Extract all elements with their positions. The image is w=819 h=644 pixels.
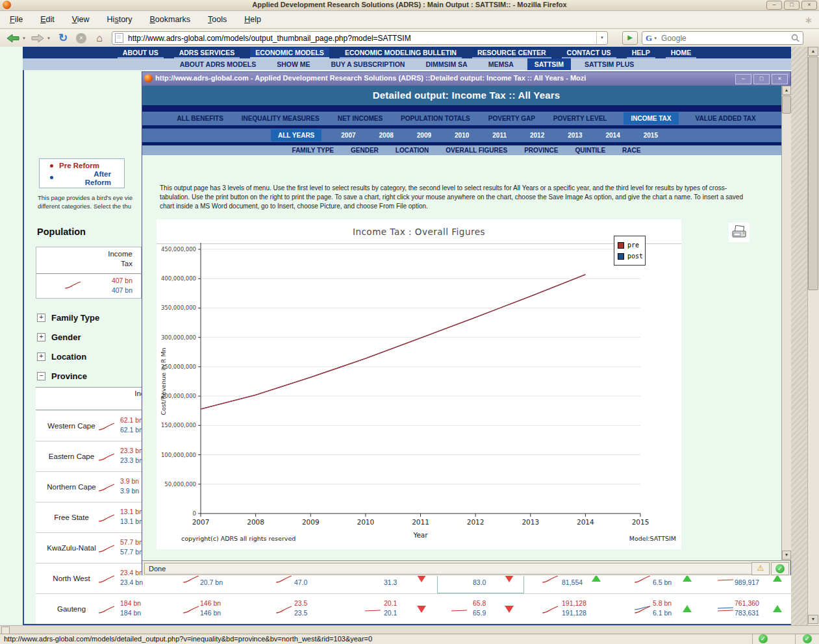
tab-value-added-tax[interactable]: VALUE ADDED TAX <box>694 112 757 125</box>
group-family-type[interactable]: +Family Type <box>37 312 99 323</box>
collapse-icon[interactable]: − <box>37 372 45 380</box>
tab-family-type[interactable]: FAMILY TYPE <box>292 147 334 154</box>
cell-sparkline[interactable] <box>275 604 293 617</box>
search-engine-dropdown[interactable]: ▼ <box>653 36 657 40</box>
cell-sparkline[interactable] <box>97 604 116 617</box>
popup-scroll-up-button[interactable]: ▲ <box>782 86 791 95</box>
cell-sparkline[interactable] <box>541 574 559 587</box>
tab-net-incomes[interactable]: NET INCOMES <box>336 112 384 125</box>
nav-models-dimmsim-sa[interactable]: DIMMSIM SA <box>418 58 474 70</box>
minimize-button[interactable]: – <box>766 1 782 10</box>
cell-sparkline[interactable] <box>275 574 293 587</box>
cell-sparkline[interactable] <box>716 574 735 587</box>
tab-2014[interactable]: 2014 <box>602 129 624 142</box>
tab-all-benefits[interactable]: ALL BENEFITS <box>175 112 224 125</box>
tab-quintile[interactable]: QUINTILE <box>575 147 605 154</box>
tab-province[interactable]: PROVINCE <box>524 147 558 154</box>
close-button[interactable]: × <box>801 1 817 10</box>
address-dropdown[interactable]: ▼ <box>596 32 607 44</box>
home-button[interactable]: ⌂ <box>92 31 107 45</box>
tab-2013[interactable]: 2013 <box>564 129 586 142</box>
window-titlebar[interactable]: Applied Development Research Solutions (… <box>0 0 819 11</box>
menu-tools[interactable]: Tools <box>208 15 227 24</box>
expand-icon[interactable]: + <box>37 314 45 322</box>
expand-icon[interactable]: + <box>37 353 45 361</box>
popup-scroll-down-button[interactable]: ▼ <box>782 551 791 560</box>
group-gender[interactable]: +Gender <box>37 331 81 343</box>
cell-values[interactable]: 20.120.1 <box>384 599 397 618</box>
population-values[interactable]: 407 bn 407 bn <box>112 276 132 295</box>
scroll-up-button[interactable]: ▲ <box>808 47 818 56</box>
tab-2011[interactable]: 2011 <box>488 129 510 142</box>
nav-top-resource-center[interactable]: RESOURCE CENTER <box>472 47 551 58</box>
cell-values[interactable]: 184 bn184 bn <box>120 599 141 618</box>
cell-values[interactable]: 57.7 bn57.7 bn <box>120 538 143 557</box>
cell-values[interactable]: 62.1 bn62.1 bn <box>120 415 143 435</box>
tab-2015[interactable]: 2015 <box>640 129 662 142</box>
income-tax-chart[interactable]: Income Tax : Overall Figures050,000,0001… <box>157 219 681 549</box>
tab-income-tax[interactable]: INCOME TAX <box>624 112 678 125</box>
cell-values[interactable]: 146 bn146 bn <box>200 599 221 618</box>
cell-sparkline[interactable] <box>716 604 735 617</box>
tab-all-years[interactable]: ALL YEARS <box>271 129 321 142</box>
cell-values[interactable]: 3.9 bn3.9 bn <box>120 477 139 496</box>
cell-sparkline[interactable] <box>97 421 116 434</box>
menu-file[interactable]: File <box>10 15 23 24</box>
nav-models-sattsim[interactable]: SATTSIM <box>527 58 571 70</box>
tab-location[interactable]: LOCATION <box>396 147 429 154</box>
group-location[interactable]: +Location <box>37 351 86 362</box>
cell-values[interactable]: 23.3 bn23.3 bn <box>120 446 143 465</box>
cell-values[interactable]: 761,360783,631 <box>735 599 759 618</box>
cell-sparkline[interactable] <box>97 543 116 556</box>
scroll-down-button[interactable]: ▼ <box>808 615 818 624</box>
tab-population-totals[interactable]: POPULATION TOTALS <box>399 112 472 125</box>
cell-values[interactable]: 23.4 bn23.4 bn <box>120 568 143 588</box>
cell-sparkline[interactable] <box>182 574 200 587</box>
cell-values[interactable]: 191,128191,128 <box>562 599 586 618</box>
tab-poverty-level[interactable]: POVERTY LEVEL <box>552 112 609 125</box>
tab-race[interactable]: RACE <box>622 147 640 154</box>
group-province[interactable]: −Province <box>37 370 87 382</box>
print-button[interactable] <box>729 223 750 242</box>
back-dropdown[interactable]: ▼ <box>21 31 27 45</box>
menu-bookmarks[interactable]: Bookmarks <box>150 15 191 24</box>
cell-sparkline[interactable] <box>450 604 468 617</box>
nav-models-buy-a-subscription[interactable]: BUY A SUBSCRIPTION <box>324 58 412 70</box>
popup-titlebar[interactable]: http://www.adrs-global.com - Applied Dev… <box>142 72 790 86</box>
cell-sparkline[interactable] <box>182 604 200 617</box>
nav-top-economic-models[interactable]: ECONOMIC MODELS <box>250 47 329 58</box>
cell-sparkline[interactable] <box>97 482 116 495</box>
back-button[interactable] <box>5 31 21 45</box>
tab-2009[interactable]: 2009 <box>413 129 435 142</box>
nav-top-economic-modeling-bulletin[interactable]: ECONOMIC MODELING BULLETIN <box>340 47 462 58</box>
warning-icon[interactable]: ⚠ <box>751 562 770 575</box>
cell-values[interactable]: 13.1 bn13.1 bn <box>120 507 143 526</box>
stop-button[interactable]: × <box>74 31 88 45</box>
main-scrollbar[interactable]: ▲ ▼ <box>807 47 819 625</box>
menu-history[interactable]: History <box>107 15 132 24</box>
population-sparkline[interactable] <box>64 280 82 293</box>
cell-sparkline[interactable] <box>97 513 116 526</box>
forward-dropdown[interactable]: ▼ <box>46 31 51 45</box>
cell-sparkline[interactable] <box>364 604 382 617</box>
popup-scrollbar-thumb[interactable] <box>782 95 791 114</box>
tab-overall-figures[interactable]: OVERALL FIGURES <box>446 147 507 154</box>
menu-help[interactable]: Help <box>244 15 261 24</box>
reload-button[interactable]: ↻ <box>56 31 70 45</box>
address-input[interactable] <box>127 33 596 43</box>
nav-top-adrs-services[interactable]: ADRS SERVICES <box>174 47 240 58</box>
cell-sparkline[interactable] <box>97 574 116 587</box>
cell-sparkline[interactable] <box>633 604 651 617</box>
tab-inequality-measures[interactable]: INEQUALITY MEASURES <box>240 112 321 125</box>
menu-view[interactable]: View <box>72 15 90 24</box>
nav-models-show-me[interactable]: SHOW ME <box>270 58 317 70</box>
cell-sparkline[interactable] <box>97 452 116 465</box>
nav-models-about-adrs-models[interactable]: ABOUT ADRS MODELS <box>173 58 263 70</box>
search-input[interactable] <box>660 33 791 43</box>
popup-close-button[interactable]: × <box>772 74 788 84</box>
cell-sparkline[interactable] <box>633 574 651 587</box>
nav-top-help[interactable]: HELP <box>627 47 655 58</box>
menu-edit[interactable]: Edit <box>40 15 55 24</box>
forward-button[interactable] <box>30 31 45 45</box>
expand-icon[interactable]: + <box>37 333 45 341</box>
